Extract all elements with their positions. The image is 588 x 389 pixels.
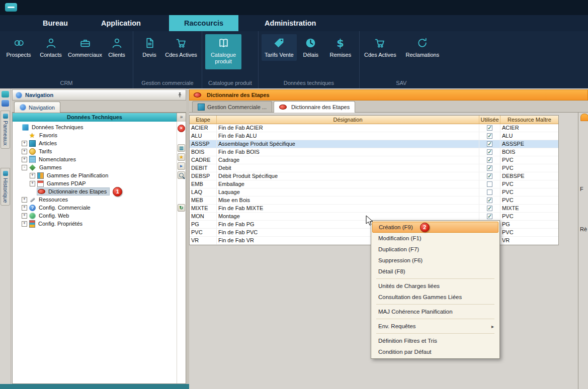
utilisee-checkbox[interactable] [487, 141, 492, 147]
selected-tree-item[interactable]: Dictionnaire des Etapes [37, 188, 109, 195]
refresh-icon[interactable]: ↻ [178, 204, 185, 212]
rail-tab-historique[interactable]: Historique [1, 168, 10, 206]
tree-item-label: Nomenclatures [38, 156, 77, 162]
utilisee-checkbox[interactable] [487, 149, 492, 155]
expander-icon[interactable]: + [22, 221, 27, 227]
tree-item-gammes-pdap[interactable]: + Gammes PDAP [13, 179, 177, 187]
menu-item-condition-par-defaut[interactable]: Condition par Défaut [372, 346, 498, 357]
tab-dictionnaire-etapes[interactable]: Dictionnaire des Etapes [274, 101, 355, 113]
expander-icon[interactable]: + [22, 141, 27, 146]
menu-item-consultation-gammes-liees[interactable]: Consultation des Gammes Liées [372, 291, 498, 303]
utilisee-checkbox[interactable] [487, 157, 492, 163]
button-label: Clients [108, 52, 125, 58]
table-row[interactable]: MON Montage PVC [190, 213, 558, 221]
sav-cdes-actives-button[interactable]: Cdes Actives [363, 34, 398, 61]
table-row[interactable]: DEBIT Debit PVC [190, 164, 558, 172]
column-header-designation[interactable]: Désignation [217, 116, 479, 124]
pin-icon[interactable] [177, 92, 183, 99]
table-row[interactable]: MIXTE Fin de Fab MIXTE MIXTE [190, 205, 558, 213]
tab-gestion-commerciale[interactable]: Gestion Commerciale ... [192, 101, 272, 112]
tarifs-vente-button[interactable]: Tarifs Vente [262, 34, 297, 61]
app-logo-icon[interactable] [5, 3, 17, 12]
expander-icon[interactable]: + [30, 181, 35, 186]
column-header-utilisee[interactable]: Utilisée [479, 116, 500, 124]
cdes-actives-button[interactable]: Cdes Actives [163, 34, 199, 61]
tree-item-articles[interactable]: + Articles [13, 139, 177, 147]
utilisee-checkbox[interactable] [487, 214, 492, 219]
tree-item-config-web[interactable]: + Config. Web [13, 212, 177, 220]
delais-button[interactable]: Délais [298, 34, 324, 61]
ribbon-tab-administration[interactable]: Administration [249, 15, 331, 31]
utilisee-checkbox[interactable] [487, 133, 492, 139]
ribbon-tab-bureau[interactable]: Bureau [28, 15, 83, 31]
utilisee-checkbox[interactable] [487, 189, 492, 195]
reclamations-button[interactable]: Reclamations [405, 34, 440, 61]
menu-item-suppression[interactable]: Suppression (F6) [372, 255, 498, 266]
table-row[interactable]: CADRE Cadrage PVC [190, 156, 558, 164]
table-row-selected[interactable]: ASSSP Assemblage Produit Spécifique ASSS… [190, 140, 558, 148]
close-icon[interactable]: × [178, 125, 185, 132]
utilisee-checkbox[interactable] [487, 165, 492, 171]
ribbon-tab-raccourcis[interactable]: Raccourcis [169, 15, 238, 31]
expander-icon[interactable]: + [22, 197, 27, 203]
menu-item-detail[interactable]: Détail (F8) [372, 266, 498, 277]
tree-item-gammes[interactable]: - Gammes [13, 163, 177, 171]
expander-icon[interactable]: + [22, 213, 27, 219]
contacts-button[interactable]: Contacts [35, 34, 66, 61]
go-arrow-icon[interactable]: ► [178, 162, 185, 170]
utilisee-checkbox[interactable] [487, 206, 492, 211]
tree-item-donnees-techniques[interactable]: Données Techniques [13, 123, 177, 131]
menu-item-unites-charges-liees[interactable]: Unités de Charges liées [372, 280, 498, 291]
expander-icon[interactable]: + [30, 173, 35, 178]
panels-icon[interactable]: ▦ [178, 144, 185, 152]
table-row[interactable]: EMB Emballage PVC [190, 180, 558, 188]
catalogue-produit-button[interactable]: Catalogue produit [205, 34, 241, 69]
column-header-etape[interactable]: Etape [190, 116, 217, 124]
table-row[interactable]: DEBSP Débit Produit Spécifique DEBSPE [190, 172, 558, 180]
favorite-star-icon[interactable]: ★ [178, 153, 185, 161]
tree-item-favoris[interactable]: Favoris [13, 131, 177, 139]
table-row[interactable]: MEB Mise en Bois PVC [190, 197, 558, 205]
expander-icon[interactable]: - [22, 165, 27, 170]
menu-item-creation[interactable]: Création (F9) 2 [372, 222, 498, 233]
tree-item-config-commerciale[interactable]: + Config. Commerciale [13, 204, 177, 212]
expander-icon[interactable]: + [22, 205, 27, 211]
tree-item-gammes-planification[interactable]: + Gammes de Planification [13, 171, 177, 179]
menu-item-definition-filtres-tris[interactable]: Définition Filtres et Tris [372, 335, 498, 346]
column-header-ressource-maitre[interactable]: Ressource Maître [500, 116, 558, 124]
rail-tab-panneaux[interactable]: Panneaux [1, 111, 10, 149]
utilisee-checkbox[interactable] [487, 198, 492, 203]
cell-etape: MIXTE [190, 205, 217, 213]
utilisee-checkbox[interactable] [487, 181, 492, 187]
navigation-tab[interactable]: Navigation [14, 102, 60, 113]
commerciaux-button[interactable]: Commerciaux [67, 34, 103, 61]
rail-window-icon[interactable] [2, 100, 9, 107]
ribbon-tab-application[interactable]: Application [86, 15, 156, 31]
tree-item-ressources[interactable]: + Ressources [13, 196, 177, 204]
rail-app-icon[interactable] [2, 91, 9, 98]
utilisee-checkbox[interactable] [487, 173, 492, 179]
collapse-chevron-button[interactable]: » [177, 113, 186, 122]
remises-button[interactable]: $ Remises [325, 34, 356, 61]
expander-icon[interactable]: + [22, 157, 27, 162]
clients-button[interactable]: Clients [104, 34, 130, 61]
search-icon[interactable] [178, 171, 185, 179]
tree-item-config-proprietes[interactable]: + Config. Propriétés [13, 220, 177, 228]
devis-button[interactable]: Devis [136, 34, 162, 61]
menu-item-maj-coherence-planification[interactable]: MAJ Cohérence Planification [372, 306, 498, 317]
menu-item-modification[interactable]: Modification (F1) [372, 233, 498, 244]
cell-utilisee [479, 140, 500, 148]
expander-icon[interactable]: + [22, 149, 27, 154]
menu-item-duplication[interactable]: Duplication (F7) [372, 244, 498, 255]
table-row[interactable]: BOIS Fin de Fab BOIS BOIS [190, 148, 558, 156]
table-row[interactable]: ACIER Fin de Fab ACIER ACIER [190, 124, 558, 132]
menu-item-env-requetes[interactable]: Env. Requêtes [372, 321, 498, 332]
table-row[interactable]: ALU Fin de Fab ALU ALU [190, 132, 558, 140]
panel-bottom-grip[interactable] [0, 384, 189, 389]
prospects-button[interactable]: Prospects [3, 34, 34, 61]
utilisee-checkbox[interactable] [487, 125, 492, 131]
tree-item-nomenclatures[interactable]: + Nomenclatures [13, 155, 177, 163]
tree-item-dictionnaire-etapes[interactable]: Dictionnaire des Etapes 1 [13, 187, 177, 196]
tree-item-tarifs[interactable]: + Tarifs [13, 147, 177, 155]
table-row[interactable]: LAQ Laquage PVC [190, 188, 558, 197]
